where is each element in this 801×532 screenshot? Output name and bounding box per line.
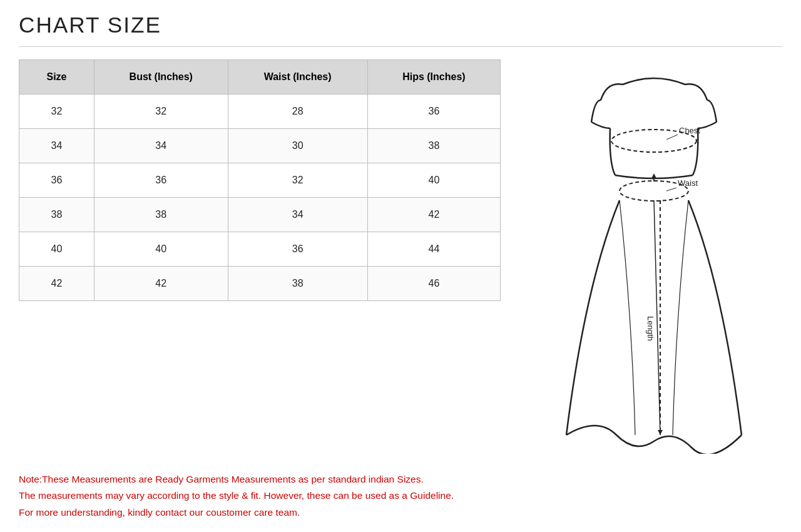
size-chart-table: Size Bust (Inches) Waist (Inches) Hips (… (19, 59, 501, 301)
svg-text:Length: Length (646, 316, 655, 341)
table-cell: 42 (19, 267, 94, 301)
table-cell: 38 (94, 198, 228, 232)
table-cell: 42 (367, 198, 500, 232)
table-row: 36363240 (19, 163, 501, 198)
table-cell: 32 (228, 163, 367, 198)
table-cell: 38 (228, 267, 367, 301)
table-cell: 28 (228, 95, 367, 129)
dress-diagram-section: Chest Waist Length (526, 59, 782, 454)
table-cell: 36 (94, 163, 228, 198)
table-cell: 40 (94, 232, 228, 267)
table-cell: 36 (367, 95, 500, 129)
table-row: 40403644 (19, 232, 501, 267)
table-cell: 34 (19, 129, 94, 163)
col-header-waist: Waist (Inches) (228, 60, 367, 95)
table-cell: 44 (367, 232, 500, 267)
table-cell: 36 (228, 232, 367, 267)
table-row: 34343038 (19, 129, 501, 163)
table-row: 42423846 (19, 267, 501, 301)
note-line1: Note:These Measurements are Ready Garmen… (19, 471, 582, 488)
table-cell: 40 (19, 232, 94, 267)
table-cell: 30 (228, 129, 367, 163)
main-content: Size Bust (Inches) Waist (Inches) Hips (… (19, 59, 782, 454)
note-line2: The measurements may vary according to t… (19, 488, 582, 504)
svg-marker-10 (658, 430, 663, 435)
svg-text:Waist: Waist (678, 178, 698, 188)
svg-line-5 (666, 188, 676, 191)
table-row: 32322836 (19, 95, 501, 129)
size-table-section: Size Bust (Inches) Waist (Inches) Hips (… (19, 59, 501, 301)
note-line3: For more understanding, kindly contact o… (19, 504, 582, 521)
table-cell: 40 (367, 163, 500, 198)
svg-marker-7 (651, 173, 656, 178)
table-cell: 34 (94, 129, 228, 163)
table-cell: 36 (19, 163, 94, 198)
table-cell: 42 (94, 267, 228, 301)
divider (19, 46, 782, 47)
svg-text:Chest: Chest (679, 126, 700, 135)
table-cell: 46 (367, 267, 500, 301)
table-cell: 38 (19, 198, 94, 232)
page-title: CHART SIZE (19, 13, 782, 38)
table-cell: 34 (228, 198, 367, 232)
note-section: Note:These Measurements are Ready Garmen… (19, 471, 582, 521)
col-header-size: Size (19, 60, 94, 95)
table-cell: 32 (19, 95, 94, 129)
col-header-bust: Bust (Inches) (94, 60, 228, 95)
col-header-hips: Hips (Inches) (367, 60, 500, 95)
dress-diagram: Chest Waist Length (535, 66, 773, 454)
svg-line-2 (666, 135, 678, 140)
table-cell: 38 (367, 129, 500, 163)
table-row: 38383442 (19, 198, 501, 232)
table-cell: 32 (94, 95, 228, 129)
